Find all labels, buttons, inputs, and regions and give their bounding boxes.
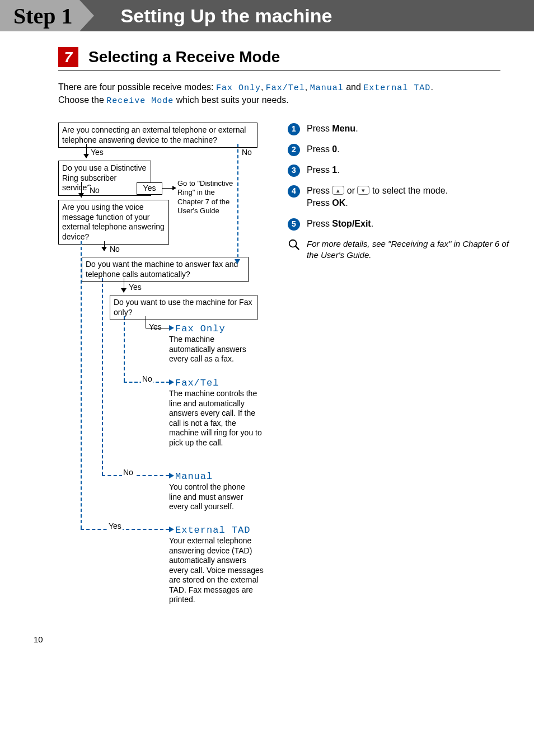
- label-yes: Yes: [137, 182, 162, 195]
- outcome-fax-tel: Fax/Tel The machine controls the line an…: [169, 377, 263, 448]
- chevron-icon: [79, 0, 94, 31]
- mode-label: External TAD: [363, 83, 430, 93]
- flowchart: Are you connecting an external telephone…: [58, 123, 260, 615]
- step-4: 4 Press ▴ or ▾ to select the mode. Press…: [288, 185, 512, 210]
- step-badge: 4: [288, 185, 300, 198]
- step-2: 2 Press 0.: [288, 143, 512, 156]
- key-stop-exit: Stop/Exit: [332, 219, 371, 228]
- label-no: No: [88, 186, 101, 195]
- label-yes: Yes: [148, 322, 163, 331]
- label-yes: Yes: [128, 283, 143, 292]
- steps-column: 1 Press Menu. 2 Press 0. 3 Press 1. 4 Pr…: [288, 123, 512, 261]
- note: For more details, see "Receiving a fax" …: [288, 238, 512, 261]
- goto-text: Go to "Distinctive Ring" in the Chapter …: [177, 179, 237, 215]
- step-label: Step 1: [0, 0, 79, 31]
- outcome-fax-only: Fax Only The machine automatically answe…: [169, 323, 259, 364]
- label-no: No: [141, 374, 153, 383]
- mode-label: Manual: [310, 83, 344, 93]
- label-yes: Yes: [107, 522, 123, 530]
- magnifier-icon: [288, 238, 300, 252]
- section-number-badge: 7: [58, 47, 78, 67]
- mode-title: Fax Only: [175, 323, 226, 334]
- label-no: No: [109, 245, 121, 253]
- key-ok: OK: [332, 198, 345, 208]
- step-3: 3 Press 1.: [288, 164, 512, 177]
- outcome-external-tad: External TAD Your external telephone ans…: [169, 524, 264, 605]
- intro-text: There are four possible receive modes: F…: [58, 81, 489, 107]
- mode-desc: The machine automatically answers every …: [169, 335, 246, 363]
- svg-point-0: [289, 240, 297, 247]
- flow-q1: Are you connecting an external telephone…: [58, 123, 257, 148]
- key-menu: Menu: [332, 124, 355, 133]
- label-no: No: [122, 468, 134, 477]
- intro-part: There are four possible receive modes:: [58, 82, 216, 92]
- flow-q3: Are you using the voice message function…: [58, 200, 169, 245]
- mode-label: Fax Only: [216, 83, 261, 93]
- outcome-manual: Manual You control the phone line and mu…: [169, 471, 259, 512]
- header-bar: Step 1 Setting Up the machine: [0, 0, 534, 31]
- mode-desc: You control the phone line and must answ…: [169, 482, 245, 511]
- up-arrow-icon: ▴: [332, 186, 344, 195]
- mode-desc: The machine controls the line and automa…: [169, 389, 262, 447]
- flow-q5: Do you want to use the machine for Fax o…: [110, 295, 257, 320]
- step-badge: 5: [288, 218, 300, 231]
- step-5: 5 Press Stop/Exit.: [288, 218, 512, 231]
- page-title: Setting Up the machine: [96, 0, 332, 31]
- label-no: No: [241, 148, 253, 157]
- down-arrow-icon: ▾: [357, 186, 369, 195]
- mode-title: External TAD: [175, 525, 250, 536]
- step-badge: 2: [288, 144, 300, 156]
- label-yes: Yes: [90, 148, 105, 157]
- mode-label: Fax/Tel: [266, 83, 305, 93]
- mode-label: Receive Mode: [106, 96, 174, 106]
- mode-title: Manual: [175, 471, 213, 482]
- flow-q4: Do you want the machine to answer fax an…: [82, 257, 249, 282]
- section-heading: 7 Selecting a Receive Mode: [58, 47, 500, 71]
- step-1: 1 Press Menu.: [288, 123, 512, 135]
- key-0: 0: [332, 144, 337, 154]
- step-text: Step 1: [13, 3, 73, 29]
- page-number: 10: [34, 635, 43, 644]
- step-badge: 3: [288, 165, 300, 177]
- section-title: Selecting a Receive Mode: [88, 48, 280, 66]
- step-badge: 1: [288, 123, 300, 135]
- mode-title: Fax/Tel: [175, 378, 219, 388]
- mode-desc: Your external telephone answering device…: [169, 536, 264, 604]
- key-1: 1: [332, 165, 337, 175]
- note-text: For more details, see "Receiving a fax" …: [307, 238, 512, 261]
- svg-line-1: [296, 246, 299, 250]
